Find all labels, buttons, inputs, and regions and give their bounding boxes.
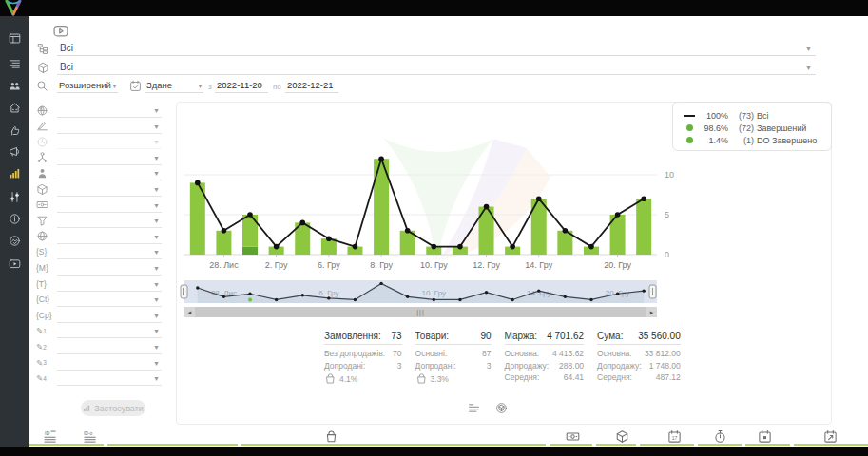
shipment-date-column-icon[interactable] <box>823 429 839 444</box>
bottom-strip <box>0 446 868 456</box>
stats-column-2: Маржа:4 701.62Основна:4 413.62Допродажу:… <box>505 331 585 385</box>
chevron-down-icon: ▼ <box>153 170 160 177</box>
id-origin-column-icon[interactable]: ID-o <box>84 429 99 444</box>
filter-select[interactable]: ▼ <box>57 215 162 228</box>
scrollbar-grip[interactable]: ||| <box>195 309 646 315</box>
chevron-down-icon: ▼ <box>153 218 160 224</box>
money-column-icon[interactable] <box>566 429 581 444</box>
brace-icon: {M} <box>36 261 51 275</box>
filter-row-signature: ▼ <box>36 120 162 135</box>
sidebar-item-partners[interactable] <box>0 231 29 250</box>
navigator-handle-left[interactable] <box>181 285 187 298</box>
status-group-select[interactable]: Всі ▼ <box>57 42 816 56</box>
filter-select[interactable]: ▼ <box>57 341 162 354</box>
filter-select[interactable]: ▼ <box>57 310 162 323</box>
chevron-down-icon: ▼ <box>153 107 160 114</box>
sidebar-item-dashboard[interactable] <box>0 28 29 48</box>
date-from-value: 2022-11-20 <box>217 80 262 90</box>
delivery-date-column-icon[interactable] <box>758 429 773 444</box>
stat-value: 35 560.00 <box>638 331 681 341</box>
chevron-down-icon: ▼ <box>111 83 118 89</box>
info-icon <box>9 213 21 225</box>
filter-select: ▼ <box>57 136 162 149</box>
topbar <box>0 0 868 16</box>
chart-range-navigator[interactable]: 28. Лис6. Гру10. Гру14. Гру20. Гру <box>180 279 674 308</box>
chevron-down-icon: ▼ <box>805 46 812 52</box>
filter-row-3: ✎3▼ <box>36 356 162 371</box>
filter-select[interactable]: ▼ <box>57 372 162 386</box>
svg-text:10: 10 <box>665 170 674 180</box>
products-column-icon[interactable] <box>324 429 339 444</box>
brace-icon: {Cp} <box>36 309 51 322</box>
filter-select[interactable]: ▼ <box>57 325 162 338</box>
date-field-select[interactable]: Здане ▼ <box>145 79 203 93</box>
chevron-down-icon: ▼ <box>153 139 160 145</box>
legend-item-all[interactable]: 100% (73) Всі <box>683 109 823 122</box>
filter-select[interactable]: ▼ <box>57 231 162 244</box>
navigator-scrollbar[interactable]: ◂ ||| ▸ <box>184 307 657 317</box>
id-list-column-icon[interactable]: ID <box>44 429 59 444</box>
product-view-toggle[interactable] <box>495 402 508 414</box>
filter-select[interactable]: ▼ <box>57 246 162 259</box>
svg-text:14. Гру: 14. Гру <box>525 260 552 270</box>
navigator-handle-right[interactable] <box>649 285 656 298</box>
sidebar-item-company[interactable] <box>0 98 29 117</box>
package-column-icon[interactable] <box>615 429 630 444</box>
legend-item-completed[interactable]: 98.6% (72) Завершений <box>683 122 823 134</box>
scroll-left-button[interactable]: ◂ <box>184 307 195 317</box>
date-from-input[interactable]: 2022-11-20 <box>215 79 268 93</box>
time-column-icon[interactable] <box>713 429 728 444</box>
promo-icon <box>9 124 21 137</box>
orgchart-icon <box>36 151 51 164</box>
svg-text:5: 5 <box>665 210 669 219</box>
stat-subrow: Основна:33 812.00 <box>597 348 681 360</box>
chevron-down-icon: ▼ <box>153 265 160 272</box>
legend-item-do-completed[interactable]: 1.4% (1) DO Завершено <box>683 134 823 146</box>
filter-select[interactable]: ▼ <box>57 104 162 118</box>
svg-text:6. Гру: 6. Гру <box>318 289 338 297</box>
svg-text:8. Гру: 8. Гру <box>370 260 393 270</box>
date-from-label: з <box>208 83 212 91</box>
stat-title: Замовлення: <box>324 331 381 341</box>
product-group-select[interactable]: Всі ▼ <box>57 61 816 75</box>
sidebar-item-promo[interactable] <box>0 121 29 140</box>
filter-select[interactable]: ▼ <box>57 294 162 307</box>
filter-select[interactable]: ▼ <box>57 121 162 134</box>
column-underline <box>29 444 104 446</box>
chevron-down-icon: ▼ <box>153 186 160 193</box>
clock-icon <box>36 135 51 148</box>
person-icon <box>36 166 51 180</box>
video-help-icon <box>49 23 74 39</box>
sidebar-item-info[interactable] <box>0 209 29 228</box>
filter-select[interactable]: ▼ <box>57 262 162 276</box>
stat-subrow: Основна:4 413.62 <box>505 348 585 360</box>
filter-select[interactable]: ▼ <box>57 357 162 370</box>
globe2-icon <box>36 230 51 243</box>
signature-icon <box>36 120 51 133</box>
brace-icon: {S} <box>36 245 51 258</box>
column-underline <box>241 444 546 446</box>
sidebar-item-customers[interactable] <box>0 76 29 95</box>
filter-row-cp: {Cp}▼ <box>36 309 162 324</box>
filter-select[interactable]: ▼ <box>57 183 162 197</box>
scroll-right-button[interactable]: ▸ <box>646 307 657 317</box>
date-field-value: Здане <box>146 80 172 90</box>
apply-button[interactable]: Застосувати <box>81 400 145 416</box>
status-group-icon <box>37 43 49 55</box>
date-column-icon[interactable]: 17 <box>667 429 683 444</box>
sidebar-item-marketing[interactable] <box>0 142 29 161</box>
date-to-input[interactable]: 2022-12-21 <box>285 79 338 93</box>
filter-select[interactable]: ▼ <box>57 167 162 180</box>
filter-select[interactable]: ▼ <box>57 278 162 292</box>
filter-select[interactable]: ▼ <box>57 200 162 213</box>
search-mode-select[interactable]: Розширений ▼ <box>57 79 118 93</box>
sidebar-item-analytics[interactable] <box>0 163 29 182</box>
filter-select[interactable]: ▼ <box>57 152 162 165</box>
sidebar-item-automation[interactable] <box>0 187 29 206</box>
sidebar-item-orders[interactable] <box>0 54 29 73</box>
list-view-toggle[interactable] <box>468 402 480 414</box>
svg-text:20. Гру: 20. Гру <box>604 260 631 270</box>
help-video-button[interactable] <box>49 23 74 40</box>
partners-icon <box>9 235 21 247</box>
sidebar-item-video[interactable] <box>0 254 29 273</box>
